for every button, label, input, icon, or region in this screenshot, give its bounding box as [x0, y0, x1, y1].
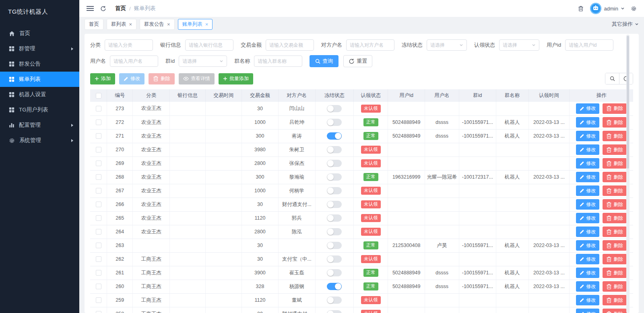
edit-button[interactable]: 修改 — [119, 73, 144, 84]
sidebar-item-group-manage[interactable]: 群管理 — [0, 41, 79, 56]
row-edit-button[interactable]: 修改 — [576, 117, 599, 128]
frozen-toggle[interactable] — [327, 160, 342, 167]
frozen-toggle[interactable] — [327, 228, 342, 235]
frozen-toggle[interactable] — [327, 187, 342, 194]
refresh-icon[interactable] — [100, 6, 106, 12]
frozen-toggle[interactable] — [327, 255, 342, 263]
row-delete-button[interactable]: 删除 — [603, 117, 627, 128]
row-checkbox[interactable] — [96, 284, 101, 289]
vertical-scrollbar[interactable] — [626, 35, 630, 313]
row-checkbox[interactable] — [96, 119, 101, 125]
select-all-checkbox[interactable] — [96, 93, 101, 99]
view-detail-button[interactable]: 查看详情 — [179, 73, 215, 84]
sidebar-item-home[interactable]: 首页 — [0, 26, 79, 41]
row-edit-button[interactable]: 修改 — [576, 158, 599, 169]
row-checkbox[interactable] — [96, 256, 101, 262]
row-edit-button[interactable]: 修改 — [576, 227, 599, 237]
tab-close-icon[interactable]: × — [205, 22, 208, 27]
frozen-toggle[interactable] — [327, 214, 342, 222]
row-delete-button[interactable]: 删除 — [603, 268, 627, 278]
row-delete-button[interactable]: 删除 — [603, 185, 627, 196]
sidebar-item-system-manage[interactable]: 系统管理 — [0, 133, 79, 148]
row-delete-button[interactable]: 删除 — [603, 213, 627, 223]
sidebar-item-bill-list[interactable]: 账单列表 — [0, 72, 79, 87]
row-checkbox[interactable] — [96, 215, 101, 221]
frozen-toggle[interactable] — [327, 310, 342, 313]
frozen-toggle[interactable] — [327, 242, 342, 249]
row-delete-button[interactable]: 删除 — [603, 254, 627, 264]
row-delete-button[interactable]: 删除 — [603, 295, 627, 305]
breadcrumb-home[interactable]: 首页 — [115, 5, 126, 12]
filter-input-username[interactable] — [110, 56, 158, 67]
more-operations-dropdown[interactable]: 其它操作 — [612, 21, 639, 28]
row-checkbox[interactable] — [96, 270, 101, 276]
filter-input-amount[interactable] — [266, 39, 314, 51]
tab-close-icon[interactable]: × — [129, 22, 132, 27]
row-edit-button[interactable]: 修改 — [576, 144, 599, 155]
row-edit-button[interactable]: 修改 — [576, 295, 599, 305]
row-edit-button[interactable]: 修改 — [576, 103, 599, 114]
row-checkbox[interactable] — [96, 311, 101, 313]
frozen-toggle[interactable] — [327, 119, 342, 126]
row-delete-button[interactable]: 删除 — [603, 103, 627, 114]
hamburger-icon[interactable] — [87, 6, 94, 11]
row-edit-button[interactable]: 修改 — [576, 172, 599, 182]
row-edit-button[interactable]: 修改 — [576, 213, 599, 223]
row-checkbox[interactable] — [96, 147, 101, 152]
refresh-icon-button[interactable] — [619, 73, 633, 84]
filter-select-frozen-status[interactable]: 请选择 — [427, 39, 467, 51]
row-checkbox[interactable] — [96, 161, 101, 166]
trash-icon[interactable] — [578, 6, 584, 12]
filter-input-group-name[interactable] — [254, 56, 302, 67]
frozen-toggle[interactable] — [327, 146, 342, 153]
row-checkbox[interactable] — [96, 133, 101, 139]
delete-button[interactable]: 删除 — [149, 73, 175, 84]
row-delete-button[interactable]: 删除 — [603, 131, 627, 141]
row-checkbox[interactable] — [96, 188, 101, 194]
tab-首页[interactable]: 首页 — [85, 19, 103, 30]
filter-select-claim-status[interactable]: 请选择 — [499, 39, 539, 51]
row-checkbox[interactable] — [96, 106, 101, 111]
frozen-toggle[interactable] — [327, 105, 342, 112]
scrollbar-thumb[interactable] — [627, 36, 629, 169]
sidebar-item-config-manage[interactable]: 配置管理 — [0, 117, 79, 133]
row-checkbox[interactable] — [96, 297, 101, 303]
reset-button[interactable]: 重置 — [343, 55, 372, 67]
row-delete-button[interactable]: 删除 — [603, 281, 627, 292]
frozen-toggle[interactable] — [327, 269, 342, 276]
row-edit-button[interactable]: 修改 — [576, 268, 599, 278]
batch-add-button[interactable]: 批量添加 — [219, 73, 253, 84]
tab-群发公告[interactable]: 群发公告× — [140, 19, 175, 30]
add-button[interactable]: 添加 — [90, 73, 115, 84]
sidebar-item-tg-user-list[interactable]: TG用户列表 — [0, 102, 79, 117]
row-delete-button[interactable]: 删除 — [603, 172, 627, 182]
tab-群列表[interactable]: 群列表× — [107, 19, 136, 30]
sidebar-item-robot-settings[interactable]: 机器人设置 — [0, 87, 79, 102]
filter-input-user-id[interactable] — [565, 39, 613, 51]
row-edit-button[interactable]: 修改 — [576, 185, 599, 196]
row-edit-button[interactable]: 修改 — [576, 131, 599, 141]
frozen-toggle[interactable] — [327, 173, 342, 181]
frozen-toggle[interactable] — [327, 283, 342, 290]
filter-select-group-id[interactable]: 请选择 — [179, 56, 227, 67]
row-delete-button[interactable]: 删除 — [603, 240, 627, 251]
row-edit-button[interactable]: 修改 — [576, 199, 599, 210]
row-delete-button[interactable]: 删除 — [603, 227, 627, 237]
row-delete-button[interactable]: 删除 — [603, 199, 627, 210]
row-delete-button[interactable]: 删除 — [603, 158, 627, 169]
filter-input-category[interactable] — [105, 39, 153, 51]
row-checkbox[interactable] — [96, 243, 101, 248]
row-delete-button[interactable]: 删除 — [603, 309, 627, 313]
sidebar-item-group-announce[interactable]: 群发公告 — [0, 56, 79, 72]
row-edit-button[interactable]: 修改 — [576, 240, 599, 251]
row-delete-button[interactable]: 删除 — [603, 144, 627, 155]
filter-input-counterparty[interactable] — [346, 39, 394, 51]
row-edit-button[interactable]: 修改 — [576, 254, 599, 264]
frozen-toggle[interactable] — [327, 132, 342, 140]
row-edit-button[interactable]: 修改 — [576, 281, 599, 292]
tab-close-icon[interactable]: × — [167, 22, 170, 27]
row-checkbox[interactable] — [96, 229, 101, 235]
gear-icon[interactable] — [631, 6, 637, 12]
row-edit-button[interactable]: 修改 — [576, 309, 599, 313]
frozen-toggle[interactable] — [327, 297, 342, 304]
